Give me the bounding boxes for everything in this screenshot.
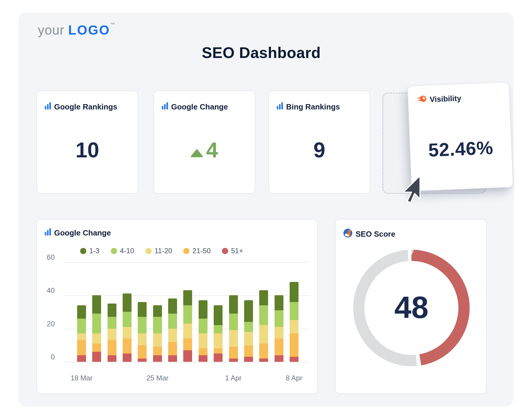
bar-segment-21-50 [244, 345, 253, 357]
bar-segment-51+ [123, 354, 132, 362]
bar-segment-1-3 [153, 305, 162, 317]
bar-segment-4-10 [77, 319, 86, 334]
bar-segment-51+ [92, 352, 101, 362]
seo-score-label: SEO Score [356, 230, 395, 239]
bar-segment-11-20 [77, 333, 86, 340]
bar-segment-1-3 [183, 290, 192, 305]
logo-text-logo: LOGO [68, 23, 110, 37]
bar-segment-51+ [290, 357, 299, 362]
bar-segment-4-10 [214, 325, 223, 333]
google-rankings-value: 10 [37, 138, 138, 162]
stacked-bar[interactable] [168, 298, 177, 362]
trademark-symbol: ™ [110, 22, 115, 28]
bar-segment-1-3 [108, 304, 116, 317]
bar-segment-21-50 [199, 348, 207, 355]
bar-segment-4-10 [168, 314, 177, 329]
semrush-icon [416, 94, 427, 105]
stacked-bar[interactable] [108, 304, 116, 362]
stacked-bar[interactable] [244, 300, 253, 362]
gridline [64, 262, 309, 263]
y-axis-tick: 40 [37, 286, 55, 295]
bar-segment-51+ [259, 359, 268, 362]
bar-segment-11-20 [214, 333, 223, 348]
bar-segment-21-50 [290, 333, 299, 357]
stacked-bar[interactable] [77, 305, 86, 362]
bar-segment-21-50 [108, 340, 116, 355]
bar-segment-21-50 [168, 342, 177, 355]
bar-segment-1-3 [92, 295, 101, 314]
bar-segment-51+ [153, 355, 162, 362]
bar-segment-51+ [168, 355, 177, 362]
stacked-bar[interactable] [92, 295, 101, 362]
stacked-bar[interactable] [123, 293, 132, 362]
bar-segment-4-10 [138, 317, 147, 333]
bar-segment-1-3 [290, 282, 299, 302]
bar-segment-1-3 [244, 300, 253, 322]
x-axis-tick: 18 Mar [71, 374, 93, 382]
bar-segment-21-50 [229, 347, 238, 358]
bar-segment-11-20 [275, 327, 283, 338]
bar-segment-51+ [244, 357, 253, 362]
bar-segment-4-10 [229, 314, 238, 330]
bing-rankings-title: Bing Rankings [277, 102, 340, 112]
bar-segment-4-10 [92, 314, 101, 334]
stacked-bar[interactable] [275, 295, 283, 362]
seo-score-gauge: 48 [351, 248, 471, 368]
stacked-bar[interactable] [183, 290, 192, 362]
bar-segment-11-20 [123, 327, 132, 338]
bar-segment-11-20 [138, 333, 147, 345]
google-rankings-title: Google Rankings [45, 102, 117, 112]
bar-segment-4-10 [275, 310, 283, 327]
bar-segment-4-10 [153, 317, 162, 333]
bar-segment-11-20 [168, 329, 177, 342]
bar-segment-21-50 [138, 345, 147, 359]
stacked-bar[interactable] [229, 295, 238, 362]
bar-segment-1-3 [214, 305, 223, 325]
google-change-title: Google Change [162, 102, 228, 112]
seo-score-title: SEO Score [343, 228, 395, 240]
bar-segment-11-20 [108, 329, 116, 340]
up-arrow-icon [191, 138, 203, 162]
visibility-title: Visibility [416, 93, 461, 105]
visibility-value: 52.46% [410, 136, 512, 162]
bar-segment-4-10 [108, 317, 116, 328]
bar-segment-4-10 [123, 312, 132, 327]
bar-segment-1-3 [229, 295, 238, 314]
bar-segment-1-3 [77, 305, 86, 319]
stacked-bar[interactable] [153, 305, 162, 362]
logo-text-your: your [38, 23, 68, 37]
stacked-bar[interactable] [199, 300, 207, 362]
bar-segment-11-20 [153, 333, 162, 347]
bar-segment-51+ [138, 359, 147, 362]
bar-segment-21-50 [183, 338, 192, 350]
stacked-bar[interactable] [138, 302, 147, 362]
dashboard-container: your LOGO™ SEO Dashboard Google Rankings… [18, 12, 514, 406]
y-axis-tick: 20 [37, 320, 55, 328]
bing-rankings-value: 9 [269, 138, 370, 162]
bing-rankings-card: Bing Rankings 9 [268, 91, 370, 194]
bar-segment-21-50 [92, 343, 101, 352]
stacked-bar[interactable] [214, 305, 223, 362]
visibility-card[interactable]: Visibility 52.46% [407, 82, 513, 191]
bar-segment-51+ [108, 355, 116, 362]
page-title: SEO Dashboard [36, 44, 486, 62]
stat-label: Google Change [171, 102, 228, 112]
change-number: 4 [206, 138, 218, 162]
gridline [64, 362, 309, 362]
bar-segment-51+ [275, 355, 283, 362]
bar-segment-21-50 [123, 338, 132, 354]
bar-segment-11-20 [183, 324, 192, 339]
stacked-bar-plot: 020406018 Mar25 Mar1 Apr8 Apr [37, 220, 317, 393]
y-axis-tick: 0 [37, 353, 55, 361]
bar-segment-51+ [214, 354, 223, 362]
seo-score-icon [343, 228, 353, 240]
stacked-bar[interactable] [259, 290, 268, 362]
seo-score-card: SEO Score 48 [335, 219, 487, 394]
bar-segment-21-50 [77, 340, 86, 355]
bar-segment-21-50 [275, 338, 283, 355]
bar-segment-51+ [183, 350, 192, 362]
bar-segment-21-50 [214, 348, 223, 354]
stacked-bar[interactable] [290, 282, 299, 362]
google-change-chart-card: Google Change 1-34-1011-2021-5051+ 02040… [36, 219, 318, 394]
bar-segment-11-20 [290, 320, 299, 333]
